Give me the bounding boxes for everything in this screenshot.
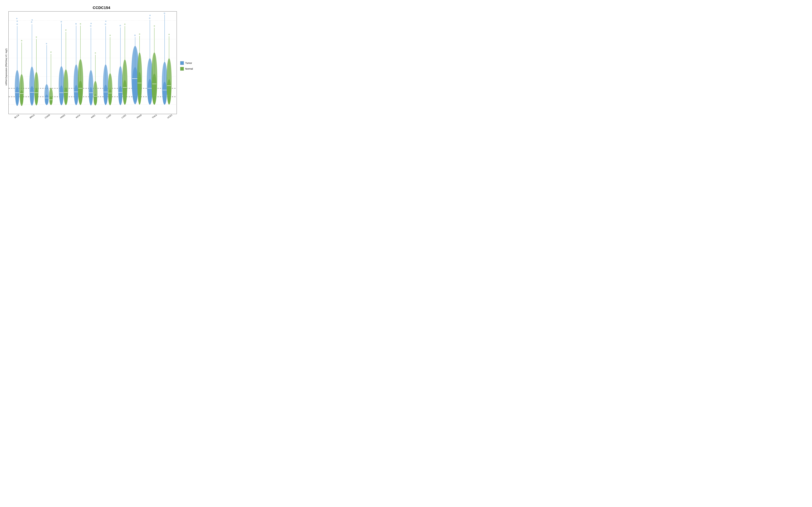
kirc-normal-violin bbox=[93, 53, 97, 105]
plot-area: 0 2 4 6 8 10 bbox=[8, 11, 177, 114]
lusc-tumor-violin bbox=[118, 25, 123, 105]
plot-svg: 0 2 4 6 8 10 bbox=[9, 11, 176, 114]
svg-point-41 bbox=[65, 30, 66, 31]
thca-normal-violin bbox=[151, 25, 157, 105]
coad-tumor-violin bbox=[45, 43, 49, 105]
kirc-tumor-violin bbox=[89, 23, 93, 105]
svg-point-15 bbox=[31, 22, 32, 23]
svg-point-16 bbox=[32, 19, 33, 20]
svg-point-51 bbox=[80, 23, 81, 24]
ucec-tumor-violin bbox=[162, 13, 167, 105]
svg-point-109 bbox=[164, 13, 165, 14]
legend-normal-label: Normal bbox=[185, 67, 193, 70]
chart-body: mRNA Expression (RNASeq V2, log2) bbox=[4, 11, 199, 124]
svg-point-99 bbox=[150, 15, 150, 16]
legend-normal-box bbox=[180, 67, 184, 71]
blca-normal-violin bbox=[19, 40, 24, 106]
coad-normal-violin bbox=[49, 52, 53, 105]
kich-normal-violin bbox=[78, 23, 83, 105]
legend-tumor-box bbox=[180, 61, 184, 65]
svg-point-36 bbox=[61, 21, 62, 22]
svg-point-57 bbox=[91, 23, 92, 24]
svg-point-88 bbox=[135, 35, 136, 36]
svg-point-93 bbox=[139, 34, 140, 35]
luad-normal-violin bbox=[108, 35, 112, 105]
svg-point-46 bbox=[75, 23, 77, 24]
chart-title: CCDC154 bbox=[93, 6, 110, 10]
prad-normal-violin bbox=[137, 34, 142, 105]
svg-point-56 bbox=[90, 25, 91, 26]
svg-point-83 bbox=[124, 24, 125, 25]
x-labels-inner: BLCABRCACOADHNSCKICHKIRCLUADLUSCPRADTHCA… bbox=[8, 114, 177, 122]
x-axis-labels: BLCABRCACOADHNSCKICHKIRCLUADLUSCPRADTHCA… bbox=[8, 114, 177, 122]
legend-normal: Normal bbox=[180, 67, 193, 71]
svg-point-10 bbox=[21, 40, 22, 41]
brca-normal-violin bbox=[34, 37, 39, 105]
lusc-normal-violin bbox=[122, 24, 128, 105]
blca-tumor-violin bbox=[15, 18, 19, 106]
svg-point-21 bbox=[36, 37, 37, 38]
luad-tumor-violin bbox=[103, 21, 108, 105]
hnsc-tumor-violin bbox=[59, 21, 64, 105]
svg-point-73 bbox=[110, 35, 110, 36]
svg-point-67 bbox=[105, 24, 106, 25]
svg-point-26 bbox=[46, 43, 47, 44]
ucec-normal-violin bbox=[166, 34, 171, 104]
chart-container: CCDC154 mRNA Expression (RNASeq V2, log2… bbox=[4, 3, 199, 124]
svg-point-62 bbox=[95, 53, 96, 53]
plot-area-wrapper: 0 2 4 6 8 10 bbox=[8, 11, 179, 122]
svg-point-114 bbox=[169, 34, 169, 35]
svg-point-104 bbox=[154, 25, 155, 26]
svg-point-98 bbox=[149, 18, 150, 19]
svg-point-3 bbox=[17, 24, 18, 25]
svg-point-5 bbox=[16, 18, 17, 19]
kich-tumor-violin bbox=[73, 23, 79, 105]
svg-point-31 bbox=[51, 52, 51, 53]
legend-tumor-label: Tumor bbox=[185, 62, 192, 64]
hnsc-normal-violin bbox=[63, 30, 68, 105]
legend: Tumor Normal bbox=[179, 11, 199, 122]
svg-point-4 bbox=[17, 20, 18, 22]
brca-tumor-violin bbox=[30, 19, 35, 106]
legend-tumor: Tumor bbox=[180, 61, 192, 65]
svg-point-78 bbox=[120, 25, 121, 26]
svg-point-68 bbox=[105, 21, 106, 22]
y-axis-label: mRNA Expression (RNASeq V2, log2) bbox=[4, 11, 8, 122]
